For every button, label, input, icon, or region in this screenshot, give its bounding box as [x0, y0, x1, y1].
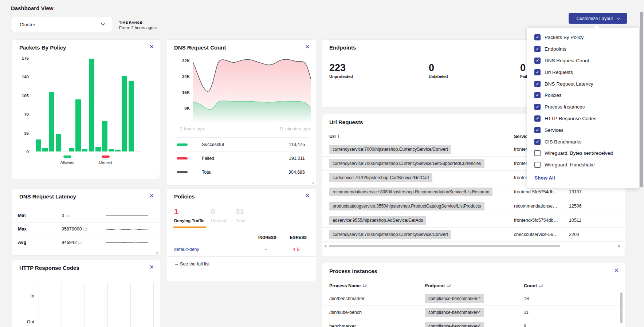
checkbox-icon[interactable] [534, 92, 541, 98]
bar-allowed [56, 134, 61, 151]
count-cell: 2200 [569, 232, 579, 237]
show-all-link[interactable]: Show All [527, 171, 639, 185]
menu-item[interactable]: HTTP Response Codes [527, 113, 639, 125]
menu-item[interactable]: Wireguard. Bytes sent/received [527, 147, 639, 159]
close-icon[interactable]: ✕ [149, 264, 154, 270]
legend-swatch-icon [102, 155, 110, 158]
table-row[interactable]: benchmarker compliance-benchmarker-* 9 [322, 319, 625, 327]
bar-allowed [42, 148, 48, 151]
resize-handle-icon[interactable] [311, 181, 314, 184]
bar-allowed [102, 121, 107, 151]
checkbox-icon[interactable] [534, 81, 541, 87]
bar-allowed [36, 139, 41, 152]
policy-name-link[interactable]: default-deny [174, 247, 199, 252]
table-row[interactable]: /bin/benchmarker compliance-benchmarker-… [322, 292, 625, 306]
policies-tab[interactable]: 31 Total [236, 208, 254, 223]
y-tick-label: 8K [174, 106, 190, 110]
menu-item[interactable]: DNS Request Latency [527, 78, 639, 90]
menu-item[interactable]: Endpoints [527, 43, 639, 55]
view-select[interactable]: Cluster [11, 17, 113, 32]
latency-row: Max 95879000 µs [12, 222, 160, 236]
scroll-left-icon[interactable] [325, 245, 326, 248]
gridline [130, 283, 131, 327]
customize-layout-button[interactable]: Customize Layout [569, 13, 627, 24]
page-scrollbar[interactable] [640, 12, 643, 187]
checkbox-icon[interactable] [534, 69, 541, 75]
close-icon[interactable]: ✕ [305, 44, 310, 50]
policies-tab[interactable]: 0 Unused [211, 208, 229, 223]
sparkline-chart [105, 239, 148, 246]
view-select-value: Cluster [20, 22, 35, 27]
endpoint-stat: 223 Unprotected [329, 62, 353, 79]
sort-icon[interactable] [447, 283, 451, 289]
menu-item[interactable]: Policies [527, 90, 639, 101]
packets-by-policy-card: Packets By Policy ✕ 17514010570350 Allow… [12, 39, 160, 179]
legend-swatch-icon [63, 155, 71, 158]
menu-item[interactable]: Wireguard. Handshake [527, 159, 639, 171]
sort-icon[interactable] [362, 283, 367, 289]
menu-item-label: Process Instances [545, 104, 585, 110]
table-row[interactable]: /bin/kube-bench compliance-benchmarker-*… [322, 306, 625, 319]
row-label-in: In [16, 293, 34, 299]
column-header-url[interactable]: Url [329, 134, 342, 140]
checkbox-icon[interactable] [534, 115, 541, 122]
menu-item-label: HTTP Response Codes [545, 116, 596, 121]
gridline [153, 283, 154, 327]
column-header-endpoint[interactable]: Endpoint [425, 283, 451, 289]
column-header-process-name[interactable]: Process Name [329, 283, 367, 289]
table-row[interactable]: productcatalogservice:3550/hipstershop.P… [322, 199, 625, 213]
table-row[interactable]: adservice:9555/hipstershop.AdService/Get… [322, 213, 625, 228]
scroll-right-icon[interactable] [619, 245, 620, 248]
checkbox-icon[interactable] [534, 58, 541, 64]
menu-item[interactable]: Services [527, 124, 639, 136]
checkbox-icon[interactable] [534, 150, 541, 156]
y-tick-label: 24K [174, 74, 190, 79]
legend-value: 304,686 [288, 170, 309, 175]
menu-item[interactable]: Packets By Policy [527, 32, 639, 43]
menu-item[interactable]: Url Requests [527, 66, 639, 78]
close-icon[interactable]: ✕ [149, 193, 154, 199]
policies-tab[interactable]: 1 Denying Traffic [174, 208, 204, 223]
resize-handle-icon[interactable] [155, 174, 158, 177]
menu-item[interactable]: CIS Benchmarks [527, 136, 639, 147]
latency-label: Min [12, 213, 62, 218]
close-icon[interactable]: ✕ [614, 268, 619, 273]
column-header-egress: EGRESS [290, 235, 307, 240]
menu-item[interactable]: Process Instances [527, 101, 639, 113]
table-row[interactable]: currencyservice:7000/hipstershop.Currenc… [322, 228, 625, 242]
column-header-count[interactable]: Count [524, 283, 543, 289]
stat-value: 0 [429, 62, 448, 74]
legend-label: Successful [202, 142, 224, 147]
checkbox-icon[interactable] [534, 46, 541, 52]
checkbox-icon[interactable] [534, 139, 541, 145]
sort-icon[interactable] [539, 283, 543, 289]
close-icon[interactable]: ✕ [149, 44, 154, 50]
card-title: HTTP Response Codes [19, 265, 79, 271]
card-title: Policies [174, 193, 195, 200]
see-full-list-link[interactable]: → See the full list [174, 261, 209, 267]
resize-handle-icon[interactable] [155, 251, 158, 254]
checkbox-icon[interactable] [534, 104, 541, 110]
checkbox-icon[interactable] [534, 162, 541, 168]
stat-label: Unlabeled [429, 74, 448, 79]
vertical-scrollbar[interactable] [620, 292, 623, 323]
legend-row: Successful 113,475 [174, 137, 309, 151]
time-range-value[interactable]: From: 2 hours ago [119, 25, 157, 30]
close-icon[interactable]: ✕ [305, 193, 310, 199]
menu-item[interactable]: DNS Request Count [527, 55, 639, 67]
policy-ingress-value: – [265, 247, 267, 252]
sort-icon[interactable] [337, 134, 342, 140]
card-title: Endpoints [329, 44, 356, 51]
scrollbar-thumb[interactable] [329, 245, 560, 247]
menu-item-label: Services [545, 127, 564, 133]
bar-allowed [95, 147, 101, 151]
horizontal-scrollbar[interactable] [328, 245, 616, 247]
endpoint-cell: compliance-benchmarker-* [425, 294, 484, 303]
legend-swatch-icon [177, 171, 188, 173]
stat-value: 223 [329, 62, 353, 74]
count-cell: 9 [524, 324, 526, 327]
legend-row: Total 304,686 [174, 165, 309, 179]
checkbox-icon[interactable] [534, 127, 541, 133]
checkbox-icon[interactable] [534, 34, 541, 40]
url-cell: currencyservice:7000/hipstershop.Currenc… [329, 145, 451, 154]
